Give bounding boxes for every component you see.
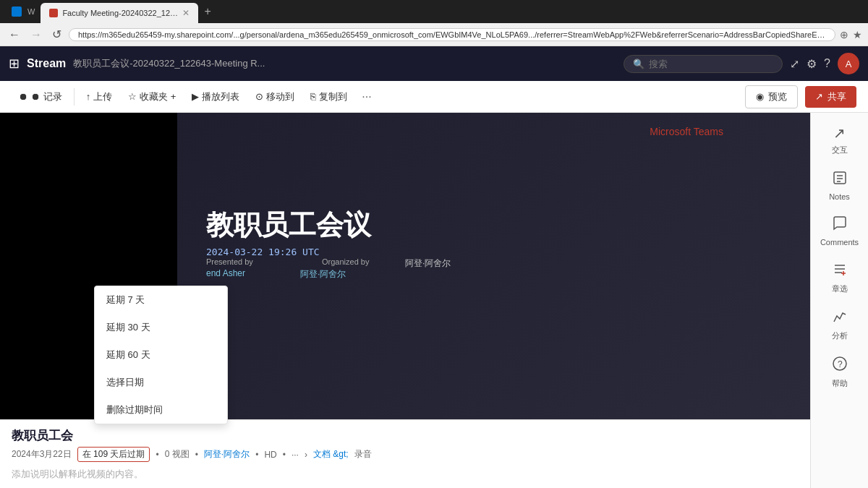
settings-icon[interactable]: ⚙ [807,57,817,71]
upload-button[interactable]: ↑ 上传 [79,86,120,108]
video-datetime: 2024-03-22 19:26 UTC [206,247,320,257]
avatar: A [838,53,859,74]
help-circle-icon: ? [832,356,848,375]
playlist-button[interactable]: ▶ 播放列表 [184,86,247,108]
right-sidebar: ↗ 交互 Notes Comments [810,113,868,488]
address-bar[interactable]: https://m365edu265459-my.sharepoint.com/… [69,28,835,41]
toolbar: ⏺ ⏺ 记录 ↑ 上传 ☆ 收藏夹 + ▶ 播放列表 ⊙ 移动到 ⎘ 复制到 ·… [0,81,868,113]
author-name[interactable]: 阿登·阿舍尔 [204,448,250,461]
copy-icon: ⎘ [310,91,316,102]
quality-badge: HD [264,450,276,460]
browser-tab-work[interactable]: W [27,7,35,16]
help-icon[interactable]: ? [824,57,830,70]
nav-forward-button[interactable]: → [27,28,45,41]
more-button[interactable]: ··· [356,86,377,108]
record-icon: ⏺ [19,91,28,102]
help-label: 帮助 [832,378,848,389]
notes-icon [832,170,848,189]
chevron-right-icon: › [305,450,307,460]
nav-reload-button[interactable]: ↺ [49,27,64,41]
sidebar-item-comments[interactable]: Comments [820,215,859,247]
recording-label: 录音 [354,448,372,461]
header-search[interactable]: 🔍 [624,55,783,73]
analytics-label: 分析 [832,330,848,341]
interact-icon: ↗ [833,124,846,142]
browser-chrome: W Faculty Meeting-20240322_122643-Meetin… [0,0,868,23]
separator3: • [255,450,258,460]
move-button[interactable]: ⊙ 移动到 [248,86,302,108]
info-title: 教职员工会 [12,427,799,444]
preview-icon: ◉ [756,91,764,102]
sidebar-item-help[interactable]: ? 帮助 [832,356,848,389]
browser-ext-icon2: ★ [853,29,862,40]
separator4: • [283,450,286,460]
chapters-icon [832,261,848,281]
presenter1: end Asher [206,268,245,278]
organized-label: Organized by [322,257,369,266]
comments-label: Comments [820,238,859,247]
meta-more[interactable]: ··· [292,450,299,460]
app-grid-icon[interactable]: ⊞ [9,56,20,72]
dropdown-item-60days[interactable]: 延期 60 天 [95,341,227,369]
upload-icon: ↑ [86,91,91,102]
favorites-button[interactable]: ☆ 收藏夹 + [121,86,183,108]
new-tab-button[interactable]: + [198,2,216,21]
browser-ext-icon1: ⊕ [840,29,848,40]
breadcrumb-docs[interactable]: 文档 &gt; [313,448,349,461]
video-main-area: Microsoft Teams 教职员工会议 2024-03-22 19:26 … [177,113,810,419]
favorites-icon: ☆ [128,91,137,102]
tab-favicon [49,9,58,17]
separator2: • [195,450,198,460]
move-icon: ⊙ [255,91,263,102]
sidebar-item-notes[interactable]: Notes [829,170,850,201]
app-header: ⊞ Stream 教职员工会议-20240322_122643-Meeting … [0,46,868,81]
analytics-icon [832,309,848,328]
share-button[interactable]: ↗ 共享 [805,86,856,108]
info-area: 教职员工会 2024年3月22日 在 109 天后过期 • 0 视图 • 阿登·… [0,419,810,488]
browser-nav: ← → ↺ https://m365edu265459-my.sharepoin… [0,23,868,46]
sidebar-item-chapters[interactable]: 章选 [832,261,848,294]
search-input[interactable] [649,59,765,69]
search-icon: 🔍 [633,59,644,69]
preview-button[interactable]: ◉ 预览 [745,85,798,108]
copy-button[interactable]: ⎘ 复制到 [303,86,354,108]
notes-label: Notes [829,192,850,201]
video-title: 教职员工会议 [206,207,371,244]
dropdown-item-7days[interactable]: 延期 7 天 [95,286,227,314]
chapters-label: 章选 [832,283,848,294]
expiry-dropdown: 延期 7 天 延期 30 天 延期 60 天 选择日期 删除过期时间 [94,286,228,424]
sidebar-item-interact[interactable]: ↗ 交互 [832,124,848,155]
page-title: 教职员工会议-20240322_122643-Meeting R... [73,57,616,70]
dropdown-item-remove-expiry[interactable]: 删除过期时间 [95,396,227,424]
app-logo: Stream [27,57,66,70]
svg-text:?: ? [838,359,843,369]
record-button[interactable]: ⏺ ⏺ 记录 [12,86,69,108]
playlist-icon: ▶ [192,91,199,102]
share-icon[interactable]: ⤢ [790,57,799,71]
expiry-badge[interactable]: 在 109 天后过期 [77,447,150,462]
dropdown-item-choose-date[interactable]: 选择日期 [95,369,227,396]
dropdown-item-30days[interactable]: 延期 30 天 [95,314,227,341]
browser-tab-favicon [12,7,22,17]
views-count: 0 视图 [165,448,190,461]
share-arrow-icon: ↗ [815,91,823,102]
nav-back-button[interactable]: ← [6,28,23,41]
separator1: • [156,450,158,460]
meta-row: 2024年3月22日 在 109 天后过期 • 0 视图 • 阿登·阿舍尔 • … [12,447,799,462]
organized-name: 阿登·阿舍尔 [405,257,451,270]
tab-close-icon[interactable]: ✕ [182,8,190,18]
comments-icon [832,215,848,235]
presented-by-label: Presented by [206,257,253,266]
presenter2: 阿登·阿舍尔 [300,268,346,281]
sidebar-item-analytics[interactable]: 分析 [832,309,848,341]
info-description[interactable]: 添加说明以解释此视频的内容。 [12,468,799,481]
info-date: 2024年3月22日 [12,448,72,461]
interact-label: 交互 [832,145,848,155]
ms-teams-label: Microsoft Teams [650,126,723,137]
tab-title: Faculty Meeting-20240322_122643-Meeting … [62,9,178,17]
browser-active-tab[interactable]: Faculty Meeting-20240322_122643-Meeting … [41,3,198,23]
